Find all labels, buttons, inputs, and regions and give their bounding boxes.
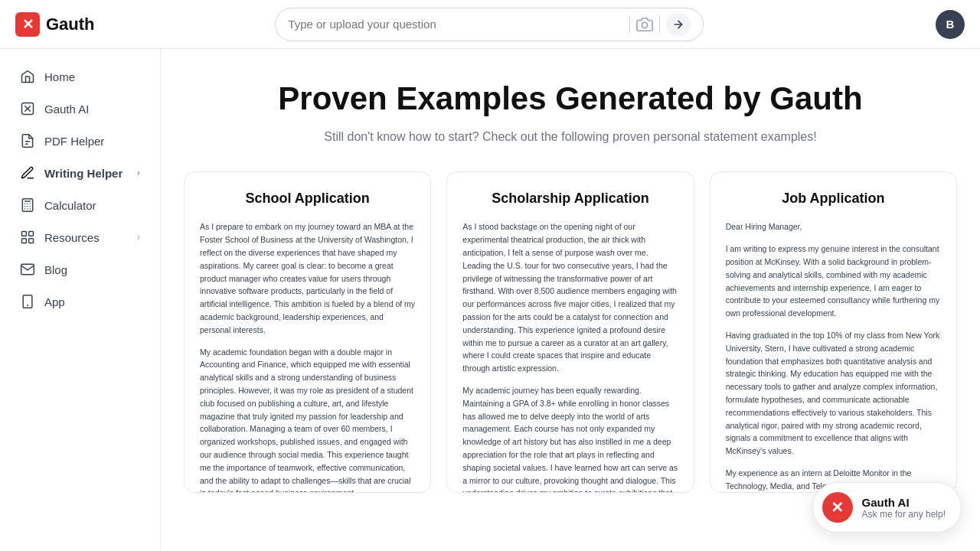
writing-icon xyxy=(20,165,35,181)
sidebar-item-calculator-label: Calculator xyxy=(44,199,96,212)
user-avatar[interactable]: B xyxy=(936,10,965,39)
app-icon xyxy=(20,294,35,309)
sidebar-item-home-label: Home xyxy=(44,70,75,83)
sidebar: Home Gauth AI PDF Helper xyxy=(0,49,161,551)
gauth-bubble-text: Gauth AI Ask me for any help! xyxy=(862,496,946,520)
gauth-ai-bubble[interactable]: ✕ Gauth AI Ask me for any help! xyxy=(812,482,962,533)
card-job-text: Dear Hiring Manager, I am writing to exp… xyxy=(726,220,941,493)
resources-chevron-icon: › xyxy=(137,232,140,243)
sidebar-item-writing-helper-label: Writing Helper xyxy=(44,167,122,180)
sidebar-item-pdf-helper[interactable]: PDF Helper xyxy=(5,126,155,156)
sidebar-item-blog[interactable]: Blog xyxy=(5,254,155,285)
card-school-application: School Application As I prepare to embar… xyxy=(184,171,431,493)
card-scholarship-text: As I stood backstage on the opening nigh… xyxy=(462,220,678,493)
search-bar[interactable] xyxy=(275,8,704,41)
sidebar-item-pdf-helper-label: PDF Helper xyxy=(44,135,104,148)
gauth-bubble-icon: ✕ xyxy=(822,492,853,523)
logo-text: Gauth xyxy=(46,15,95,34)
search-divider-2 xyxy=(659,16,660,33)
resources-icon xyxy=(20,230,35,245)
search-divider xyxy=(629,16,630,33)
card-school-para-2: My academic foundation began with a doub… xyxy=(200,346,415,494)
svg-point-0 xyxy=(642,22,648,28)
card-job-para-1: Dear Hiring Manager, xyxy=(726,220,941,233)
sidebar-item-resources-label: Resources xyxy=(44,231,100,244)
cards-grid: School Application As I prepare to embar… xyxy=(184,171,957,493)
sidebar-item-resources[interactable]: Resources › xyxy=(5,222,155,253)
gauth-bubble-subtitle: Ask me for any help! xyxy=(862,509,946,520)
sidebar-item-gauth-ai[interactable]: Gauth AI xyxy=(5,93,155,124)
main-content: Proven Examples Generated by Gauth Still… xyxy=(161,49,980,551)
search-input[interactable] xyxy=(288,18,623,31)
calculator-icon xyxy=(20,197,35,213)
sidebar-item-home[interactable]: Home xyxy=(5,61,155,92)
sidebar-item-calculator[interactable]: Calculator xyxy=(5,190,155,220)
svg-rect-21 xyxy=(29,239,34,243)
home-icon xyxy=(20,69,35,84)
gauth-ai-icon xyxy=(20,101,35,116)
card-school-text: As I prepare to embark on my journey tow… xyxy=(200,220,415,493)
card-job-application: Job Application Dear Hiring Manager, I a… xyxy=(710,171,957,493)
card-school-para-1: As I prepare to embark on my journey tow… xyxy=(200,220,415,336)
sidebar-item-blog-label: Blog xyxy=(44,263,67,276)
card-job-title: Job Application xyxy=(726,191,941,207)
card-scholarship-title: Scholarship Application xyxy=(462,191,678,207)
sidebar-item-app-label: App xyxy=(44,295,65,308)
page-heading: Proven Examples Generated by Gauth xyxy=(184,80,957,118)
svg-rect-18 xyxy=(22,232,27,236)
page-subheading: Still don't know how to start? Check out… xyxy=(184,130,957,144)
gauth-bubble-title: Gauth AI xyxy=(862,496,946,509)
camera-icon[interactable] xyxy=(636,16,653,33)
card-scholarship-application: Scholarship Application As I stood backs… xyxy=(446,171,694,493)
search-submit-button[interactable] xyxy=(666,12,691,37)
topnav: ✕ Gauth B xyxy=(0,0,980,49)
logo-area: ✕ Gauth xyxy=(15,12,153,37)
card-job-para-3: Having graduated in the top 10% of my cl… xyxy=(726,329,941,458)
writing-helper-chevron-icon: › xyxy=(137,168,140,178)
svg-rect-7 xyxy=(22,199,32,212)
sidebar-item-app[interactable]: App xyxy=(5,286,155,317)
card-scholarship-para-1: As I stood backstage on the opening nigh… xyxy=(462,220,678,375)
pdf-icon xyxy=(20,133,35,148)
sidebar-item-writing-helper[interactable]: Writing Helper › xyxy=(5,158,155,188)
card-scholarship-para-2: My academic journey has been equally rew… xyxy=(462,384,678,493)
card-school-title: School Application xyxy=(200,191,415,207)
main-layout: Home Gauth AI PDF Helper xyxy=(0,49,980,551)
svg-rect-20 xyxy=(22,239,27,243)
sidebar-item-gauth-ai-label: Gauth AI xyxy=(44,103,89,116)
blog-icon xyxy=(20,262,35,277)
card-job-para-2: I am writing to express my genuine inter… xyxy=(726,243,941,320)
svg-rect-19 xyxy=(29,232,34,236)
gauth-logo-icon: ✕ xyxy=(15,12,40,37)
